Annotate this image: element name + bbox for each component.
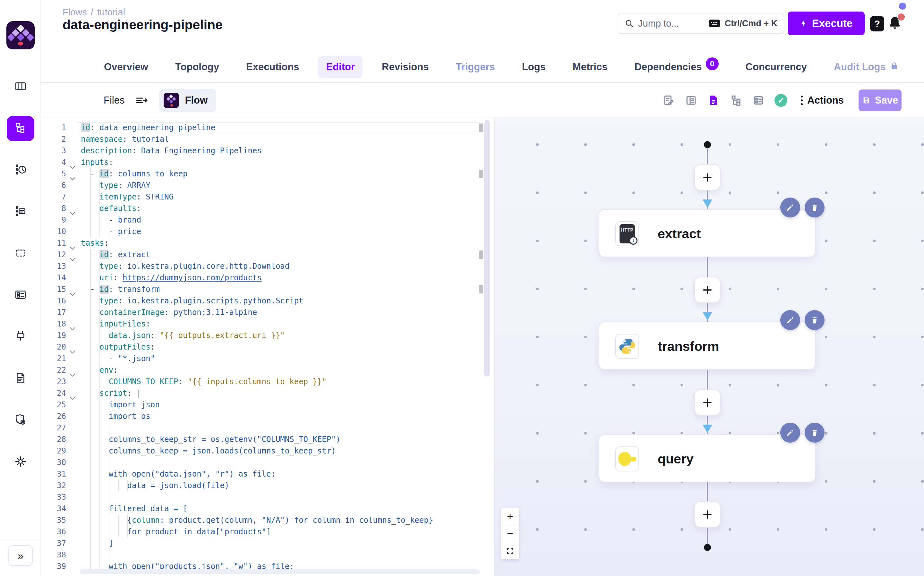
code-line[interactable]: 19 data.json: "{{ outputs.extract.uri }}… [41, 330, 494, 341]
add-task-button[interactable]: + [694, 389, 721, 416]
sidebar-item-executions[interactable] [7, 158, 34, 183]
task-icon-chip [615, 334, 639, 359]
edit-task-button[interactable] [780, 423, 800, 443]
code-line[interactable]: 34 filtered_data = [ [41, 503, 494, 514]
notifications-bell[interactable] [887, 15, 904, 32]
files-label[interactable]: Files [104, 94, 125, 106]
kestra-logo[interactable] [6, 21, 35, 50]
tab-metrics[interactable]: Metrics [565, 56, 615, 78]
sidebar-item-namespaces[interactable] [7, 241, 34, 266]
zoom-in-button[interactable]: + [501, 508, 519, 525]
file-toggle-icon[interactable] [707, 94, 720, 107]
sidebar-item-administration[interactable] [7, 408, 34, 433]
tab-revisions[interactable]: Revisions [374, 56, 436, 78]
code-line[interactable]: 17 containerImage: python:3.11-alpine [41, 307, 494, 318]
task-node-extract[interactable]: HTTP↓ extract [599, 209, 815, 257]
sidebar-item-dashboard[interactable] [7, 74, 34, 99]
code-line[interactable]: 7 itemType: STRING [41, 191, 494, 203]
code-line[interactable]: 36 for product in data["products"] [41, 526, 494, 538]
code-line[interactable]: 22 env: [41, 364, 494, 376]
add-task-button[interactable]: + [694, 501, 721, 528]
tab-overview[interactable]: Overview [96, 56, 156, 78]
breadcrumb-namespace[interactable]: tutorial [97, 7, 125, 17]
tab-triggers[interactable]: Triggers [448, 56, 503, 78]
code-line[interactable]: 29 columns_to_keep = json.loads(columns_… [41, 445, 494, 457]
code-line[interactable]: 10 - price [41, 226, 494, 237]
code-line[interactable]: 14 uri: https://dummyjson.com/products [41, 272, 494, 283]
delete-task-button[interactable] [805, 423, 825, 443]
code-line[interactable]: 1id: data-engineering-pipeline [41, 122, 494, 133]
code-line[interactable]: 26 import os [41, 411, 494, 422]
save-button[interactable]: Save [858, 90, 902, 111]
sidebar-item-flows[interactable] [7, 116, 34, 141]
code-line[interactable]: 2namespace: tutorial [41, 133, 494, 145]
open-files-panel-icon[interactable] [135, 96, 148, 105]
code-line[interactable]: 32 data = json.load(file) [41, 480, 494, 491]
reader-toggle-icon[interactable] [685, 94, 698, 107]
sidebar-item-blueprints[interactable] [7, 283, 34, 308]
zoom-out-button[interactable]: − [501, 525, 519, 542]
topology-graph[interactable]: ++++HTTP↓ extract transform query +− [494, 117, 924, 576]
jump-to-search[interactable]: Jump to... Ctrl/Cmd + K [618, 13, 785, 34]
code-line[interactable]: 12 - id: extract [41, 249, 494, 261]
add-task-button[interactable]: + [694, 277, 721, 303]
task-node-transform[interactable]: transform [599, 322, 815, 370]
code-line[interactable]: 6 type: ARRAY [41, 179, 494, 191]
code-line[interactable]: 3description: Data Engineering Pipelines [41, 145, 494, 157]
execute-button[interactable]: Execute [788, 11, 865, 35]
editor-horizontal-scrollbar[interactable] [80, 569, 480, 574]
add-task-button[interactable]: + [694, 164, 721, 190]
code-line[interactable]: 37 ] [41, 538, 494, 549]
tab-executions[interactable]: Executions [239, 56, 307, 78]
yaml-code-editor[interactable]: 1id: data-engineering-pipeline2namespace… [41, 117, 494, 576]
check-toggle-icon[interactable]: ✓ [775, 94, 787, 107]
code-line[interactable]: 8 defaults: [41, 203, 494, 214]
code-line[interactable]: 9 - brand [41, 214, 494, 226]
sidebar-item-logs[interactable] [7, 200, 34, 224]
editor-vertical-scrollbar[interactable] [484, 120, 490, 376]
code-line[interactable]: 30 [41, 457, 494, 468]
tree-toggle-icon[interactable] [730, 94, 742, 107]
code-line[interactable]: 16 type: io.kestra.plugin.scripts.python… [41, 295, 494, 307]
code-line[interactable]: 24 script: | [41, 387, 494, 399]
tab-logs[interactable]: Logs [514, 56, 553, 78]
doc-edit-toggle-icon[interactable] [662, 94, 675, 107]
tab-topology[interactable]: Topology [168, 56, 227, 78]
code-line[interactable]: 21 - "*.json" [41, 353, 494, 364]
tab-editor[interactable]: Editor [318, 56, 362, 78]
code-line[interactable]: 28 columns_to_keep_str = os.getenv("COLU… [41, 434, 494, 445]
sidebar-item-settings[interactable] [7, 450, 34, 475]
tab-audit-logs[interactable]: Audit Logs [826, 56, 906, 78]
sidebar-item-docs[interactable] [7, 366, 34, 391]
code-line[interactable]: 15 - id: transform [41, 283, 494, 295]
edit-task-button[interactable] [780, 198, 800, 218]
code-line[interactable]: 31 with open("data.json", "r") as file: [41, 468, 494, 480]
code-line[interactable]: 35 {column: product.get(column, "N/A") f… [41, 514, 494, 526]
page-title: data-engineering-pipeline [62, 17, 223, 32]
code-line[interactable]: 13 type: io.kestra.plugin.core.http.Down… [41, 261, 494, 272]
breadcrumb-flows[interactable]: Flows [62, 7, 87, 17]
actions-menu-button[interactable]: Actions [801, 94, 844, 106]
tab-dependencies[interactable]: Dependencies0 [626, 56, 726, 78]
task-node-query[interactable]: query [599, 434, 815, 482]
fit-view-button[interactable] [501, 542, 519, 559]
code-line[interactable]: 18 inputFiles: [41, 318, 494, 330]
flow-file-tab[interactable]: Flow [159, 89, 216, 112]
code-line[interactable]: 38 [41, 549, 494, 561]
edit-task-button[interactable] [780, 310, 800, 330]
code-line[interactable]: 4inputs: [41, 157, 494, 168]
code-line[interactable]: 20 outputFiles: [41, 341, 494, 353]
code-line[interactable]: 27 [41, 422, 494, 434]
sidebar-item-plugins[interactable] [7, 325, 34, 350]
code-line[interactable]: 23 COLUMNS_TO_KEEP: "{{ inputs.columns_t… [41, 376, 494, 387]
tab-concurrency[interactable]: Concurrency [738, 56, 815, 78]
sidebar-expand-button[interactable]: » [8, 545, 33, 566]
form-toggle-icon[interactable] [752, 94, 765, 107]
help-button[interactable]: ? [870, 16, 884, 32]
code-line[interactable]: 33 [41, 491, 494, 503]
code-line[interactable]: 25 import json [41, 399, 494, 411]
code-line[interactable]: 11tasks: [41, 237, 494, 249]
delete-task-button[interactable] [805, 198, 825, 218]
code-line[interactable]: 5 - id: columns_to_keep [41, 168, 494, 179]
delete-task-button[interactable] [805, 310, 825, 330]
